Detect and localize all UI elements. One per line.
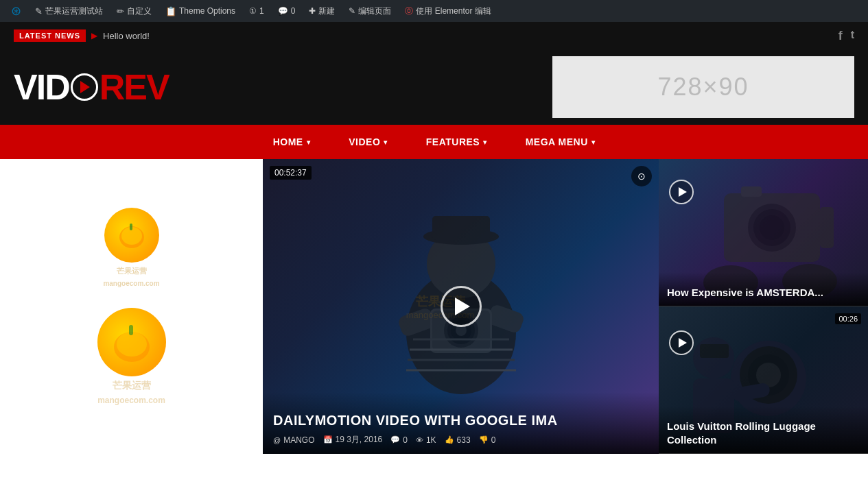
new-button[interactable]: ✚ 新建 xyxy=(303,0,340,22)
svg-rect-27 xyxy=(820,207,834,248)
comment-count-icon: 💬 xyxy=(390,435,400,444)
svg-rect-9 xyxy=(432,216,490,240)
latest-news-text: Hello world! xyxy=(103,31,150,41)
author-name: MANGO xyxy=(283,435,314,445)
edit-icon: ✎ xyxy=(349,6,355,16)
feature-info-overlay: DAILYMOTION VIDEO WITH GOOGLE IMA @ MANG… xyxy=(263,392,659,454)
small-video-2-info: Louis Vuitton Rolling Luggage Collection xyxy=(659,406,868,453)
edit-page-label: 编辑页面 xyxy=(358,5,391,17)
svg-point-3 xyxy=(114,332,150,362)
watermark-url-2: mangoecom.com xyxy=(97,396,165,405)
header-area: LATEST NEWS ▶ Hello world! f t xyxy=(0,22,868,49)
twitter-icon[interactable]: t xyxy=(851,29,854,43)
left-sidebar: 芒果运营 mangoecom.com 芒果运营 mangoecom.com xyxy=(0,159,263,454)
feature-video-title: DAILYMOTION VIDEO WITH GOOGLE IMA xyxy=(273,413,648,428)
svg-point-1 xyxy=(121,227,142,245)
svg-rect-35 xyxy=(700,344,729,358)
post-date: 19 3月, 2016 xyxy=(336,434,383,446)
site-name-label: 芒果运营测试站 xyxy=(45,5,103,17)
watermark-text-2: 芒果运营 xyxy=(113,380,151,392)
comments-count: 1 xyxy=(259,6,264,16)
small-video-1-title: How Expensive is AMSTERDA... xyxy=(667,286,860,300)
watermark-overlay: 芒果运营 mangoecom.com 芒果运营 mangoecom.com xyxy=(0,159,263,454)
site-name-button[interactable]: ✎ 芒果运营测试站 xyxy=(30,0,108,22)
feature-duration-badge: 00:52:37 xyxy=(270,166,312,180)
elementor-icon: ⓪ xyxy=(405,5,413,17)
comments-count-button[interactable]: ① 1 xyxy=(244,0,270,22)
latest-news-bar: LATEST NEWS ▶ Hello world! xyxy=(14,29,150,42)
mango-icon-2 xyxy=(97,308,166,376)
author-meta: @ MANGO xyxy=(273,435,315,445)
small-video-2-duration: 00:26 xyxy=(835,313,861,324)
calendar-icon: 📅 xyxy=(323,435,333,444)
dislikes-meta: 👎 0 xyxy=(479,435,496,445)
nav-home[interactable]: HOME ▾ xyxy=(254,125,330,159)
small-video-2: 00:26 Louis Vuitton Rolling Luggage Coll… xyxy=(659,306,868,454)
small-video-1-play-button[interactable] xyxy=(669,180,694,204)
dislikes-count: 0 xyxy=(491,435,496,445)
views-meta: 👁 1K xyxy=(416,435,436,445)
pen-icon: ✏ xyxy=(117,6,124,16)
svg-point-4 xyxy=(117,332,147,356)
feature-meta-bar: @ MANGO 📅 19 3月, 2016 💬 0 👁 1K xyxy=(273,434,648,446)
logo-ad-area: VID REV 728×90 xyxy=(0,49,868,125)
likes-meta: 👍 633 xyxy=(445,435,471,445)
theme-options-button[interactable]: 📋 Theme Options xyxy=(160,0,241,22)
dislike-icon: 👎 xyxy=(479,435,489,444)
svg-point-25 xyxy=(760,215,784,240)
theme-options-label: Theme Options xyxy=(179,6,235,16)
nav-video-label: VIDEO xyxy=(349,136,380,147)
content-area: 芒果运营 mangoecom.com 芒果运营 mangoecom.com xyxy=(0,159,868,454)
edit-page-button[interactable]: ✎ 编辑页面 xyxy=(343,0,397,22)
small-video-2-title: Louis Vuitton Rolling Luggage Collection xyxy=(667,420,860,446)
nav-features-arrow: ▾ xyxy=(483,138,487,146)
small-video-2-play-button[interactable] xyxy=(669,330,694,355)
wp-logo-button[interactable]: ⊛ xyxy=(5,0,27,22)
feature-thumbnail: 芒果运营 mangoecom.com 00:52:37 ⊙ DAILYMOTIO… xyxy=(263,159,659,454)
svg-point-0 xyxy=(119,226,144,248)
svg-point-33 xyxy=(756,363,781,387)
clipboard-icon: 📋 xyxy=(165,6,176,16)
date-meta: 📅 19 3月, 2016 xyxy=(323,434,383,446)
svg-rect-2 xyxy=(130,223,132,230)
site-logo[interactable]: VID REV xyxy=(14,66,169,108)
customize-button[interactable]: ✏ 自定义 xyxy=(111,0,157,22)
bookmark-button[interactable]: ⊙ xyxy=(631,166,652,186)
feature-play-button[interactable] xyxy=(441,286,482,327)
watermark-text-1: 芒果运营 xyxy=(117,266,147,276)
logo-vid-text: VID xyxy=(14,66,69,108)
svg-rect-5 xyxy=(129,325,133,335)
svg-rect-26 xyxy=(741,186,762,197)
wp-icon: ⊛ xyxy=(11,3,21,19)
elementor-button[interactable]: ⓪ 使用 Elementor 编辑 xyxy=(399,0,496,22)
mango-icon-1 xyxy=(104,208,159,263)
ad-banner: 728×90 xyxy=(552,56,854,118)
nav-features[interactable]: FEATURES ▾ xyxy=(407,125,506,159)
header-social-icons: f t xyxy=(838,29,854,43)
right-sidebar-videos: How Expensive is AMSTERDA... 00:26 xyxy=(659,159,868,454)
logo-rev-text: REV xyxy=(99,66,169,108)
comments2-label: 0 xyxy=(291,6,296,16)
small-video-1: How Expensive is AMSTERDA... xyxy=(659,159,868,306)
plus-icon: ✚ xyxy=(309,6,316,16)
comment-icon: ① xyxy=(249,6,257,16)
nav-home-arrow: ▾ xyxy=(307,138,311,146)
nav-features-label: FEATURES xyxy=(426,136,480,147)
facebook-icon[interactable]: f xyxy=(838,29,843,43)
nav-mega-menu[interactable]: MEGA MENU ▾ xyxy=(506,125,615,159)
nav-mega-menu-label: MEGA MENU xyxy=(526,136,588,147)
customize-icon: ✎ xyxy=(35,6,43,16)
watermark-mango-1: 芒果运营 mangoecom.com xyxy=(103,208,159,287)
comments-meta: 💬 0 xyxy=(390,435,408,445)
new-label: 新建 xyxy=(318,5,335,17)
comments2-button[interactable]: 💬 0 xyxy=(272,0,301,22)
latest-news-arrow: ▶ xyxy=(91,31,97,40)
latest-news-label: LATEST NEWS xyxy=(14,29,86,42)
feature-illustration xyxy=(358,175,564,394)
like-icon: 👍 xyxy=(445,435,454,444)
bubble-icon: 💬 xyxy=(278,6,288,16)
nav-video-arrow: ▾ xyxy=(384,138,388,146)
logo-play-icon xyxy=(71,73,98,101)
nav-video[interactable]: VIDEO ▾ xyxy=(329,125,407,159)
views-count: 1K xyxy=(426,435,436,445)
